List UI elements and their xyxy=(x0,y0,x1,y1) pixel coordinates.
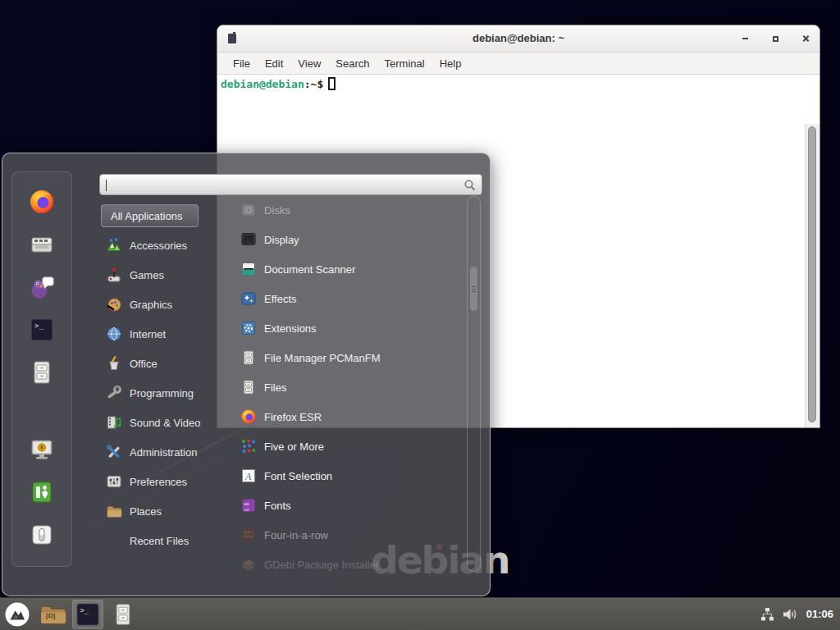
app-item-extensions[interactable]: Extensions xyxy=(231,313,467,343)
category-office[interactable]: Office xyxy=(101,349,226,378)
log-out-icon xyxy=(29,479,55,505)
favorite-terminal-button[interactable]: >_ xyxy=(29,317,55,343)
app-list-scrollbar-thumb[interactable] xyxy=(469,266,478,312)
menu-button[interactable] xyxy=(2,600,33,629)
system-tray: 01:06 xyxy=(760,607,833,621)
category-sound-video[interactable]: Sound & Video xyxy=(101,408,226,437)
log-out-button[interactable] xyxy=(29,479,55,505)
terminal-icon: >_ xyxy=(29,317,55,343)
shell-prompt: debian@debian:~$ xyxy=(221,77,336,92)
minimize-button[interactable] xyxy=(739,33,751,44)
folder-launcher-button[interactable]: [D] xyxy=(37,600,68,629)
category-preferences[interactable]: Preferences xyxy=(101,467,226,496)
preferences-icon xyxy=(106,473,122,490)
category-label: Sound & Video xyxy=(130,417,201,429)
app-item-font-selection[interactable]: AFont Selection xyxy=(231,461,467,491)
category-graphics[interactable]: Graphics xyxy=(101,290,226,319)
app-item-file-manager-pcmanfm[interactable]: File Manager PCManFM xyxy=(231,343,467,372)
disks-icon xyxy=(240,202,257,218)
accessories-icon xyxy=(106,237,122,253)
category-places[interactable]: Places xyxy=(101,496,226,526)
close-button[interactable] xyxy=(800,33,811,44)
clock[interactable]: 01:06 xyxy=(806,608,833,620)
lock-screen-button[interactable] xyxy=(29,436,55,463)
favorite-software-button[interactable] xyxy=(29,231,55,258)
category-label: Office xyxy=(130,358,158,370)
favorite-pidgin-button[interactable] xyxy=(29,274,55,300)
effects-icon xyxy=(240,290,257,307)
category-label: Games xyxy=(130,269,164,281)
maximize-button[interactable] xyxy=(769,33,781,44)
app-item-files[interactable]: Files xyxy=(231,372,467,402)
terminal-window-button[interactable]: >_ xyxy=(72,600,103,629)
category-label: Preferences xyxy=(130,476,187,488)
app-label: Four-in-a-row xyxy=(264,529,328,541)
category-label: Recent Files xyxy=(130,535,189,547)
menu-edit[interactable]: Edit xyxy=(258,57,290,70)
category-accessories[interactable]: Accessories xyxy=(101,231,226,260)
scrollbar-grip xyxy=(472,286,476,287)
category-label: All Applications xyxy=(111,210,182,222)
menu-terminal[interactable]: Terminal xyxy=(377,57,432,70)
document-scanner-icon xyxy=(240,261,257,277)
app-item-document-scanner[interactable]: Document Scanner xyxy=(231,254,467,284)
app-label: Firefox ESR xyxy=(264,411,322,423)
menu-help[interactable]: Help xyxy=(432,57,469,70)
app-label: Fonts xyxy=(264,500,291,512)
app-item-four-in-a-row[interactable]: Four-in-a-row xyxy=(231,520,467,550)
menu-view[interactable]: View xyxy=(290,57,328,70)
category-label: Graphics xyxy=(130,299,172,311)
favorite-firefox-button[interactable] xyxy=(29,189,55,215)
volume-icon[interactable] xyxy=(783,608,798,621)
app-item-effects[interactable]: Effects xyxy=(231,284,467,313)
gdebi-icon xyxy=(240,556,257,573)
search-icon xyxy=(463,179,477,192)
app-item-firefox-esr[interactable]: Firefox ESR xyxy=(231,402,467,431)
files-launcher-button[interactable] xyxy=(107,600,139,629)
category-recent-files[interactable]: Recent Files xyxy=(101,526,226,555)
terminal-scrollbar-thumb[interactable] xyxy=(808,126,816,422)
menu-icon xyxy=(4,601,30,628)
favorite-files-button[interactable] xyxy=(29,359,55,386)
lock-screen-icon xyxy=(29,436,55,463)
firefox-icon xyxy=(240,409,257,425)
network-icon[interactable] xyxy=(760,607,774,621)
font-selection-icon: A xyxy=(240,468,257,484)
category-games[interactable]: Games xyxy=(101,260,226,290)
internet-icon xyxy=(106,326,122,342)
file-cabinet-icon xyxy=(29,359,55,386)
app-label: Extensions xyxy=(264,322,317,335)
sound-video-icon xyxy=(106,414,122,431)
menu-search-field[interactable] xyxy=(99,174,482,195)
file-cabinet-icon xyxy=(112,602,135,627)
category-all-applications[interactable]: All Applications xyxy=(101,204,199,227)
maximize-icon xyxy=(773,36,778,42)
app-label: Five or More xyxy=(264,441,324,453)
app-item-gdebi-package-installer[interactable]: GDebi Package Installer xyxy=(231,550,467,579)
application-menu: >_ All Applications Accessories Games Gr… xyxy=(2,153,491,596)
file-manager-icon xyxy=(240,349,257,366)
minimize-icon xyxy=(742,38,748,39)
terminal-scrollbar[interactable] xyxy=(805,124,819,427)
app-label: Document Scanner xyxy=(264,263,355,276)
app-item-disks[interactable]: Disks xyxy=(231,195,467,225)
shut-down-button[interactable] xyxy=(29,522,55,548)
menu-search[interactable]: Search xyxy=(328,57,377,70)
search-input[interactable] xyxy=(105,177,458,192)
folder-badge: [D] xyxy=(46,612,55,619)
administration-icon xyxy=(106,444,122,460)
svg-text:A: A xyxy=(244,471,252,482)
app-item-five-or-more[interactable]: Five or More xyxy=(231,431,467,461)
graphics-icon xyxy=(106,296,122,313)
category-programming[interactable]: Programming xyxy=(101,378,226,408)
category-internet[interactable]: Internet xyxy=(101,319,226,349)
app-list-scrollbar[interactable] xyxy=(467,196,481,572)
desktop: debian debian@debian: ~ File Edit View S… xyxy=(0,0,840,630)
svg-text:>_: >_ xyxy=(80,606,89,614)
terminal-titlebar[interactable]: debian@debian: ~ xyxy=(217,25,819,52)
menu-file[interactable]: File xyxy=(226,57,258,70)
category-administration[interactable]: Administration xyxy=(101,437,226,467)
games-icon xyxy=(106,267,122,283)
app-item-display[interactable]: Display xyxy=(231,225,467,254)
app-item-fonts[interactable]: aaaaFonts xyxy=(231,491,467,520)
